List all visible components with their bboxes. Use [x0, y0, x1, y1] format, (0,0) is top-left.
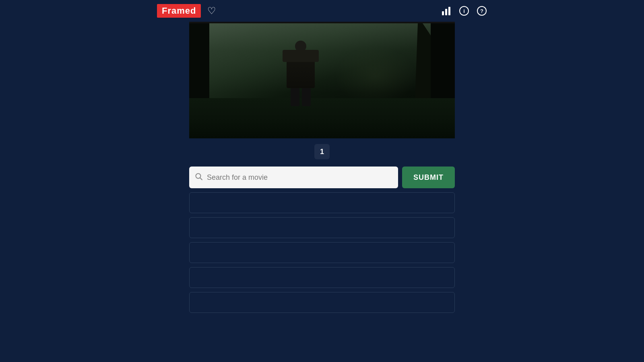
- search-row: SUBMIT: [189, 167, 455, 188]
- svg-text:i: i: [463, 8, 465, 14]
- guess-slot-5: [189, 292, 455, 313]
- figure: [287, 41, 315, 106]
- scene: [189, 23, 455, 138]
- svg-rect-1: [445, 9, 447, 15]
- figure-body: [287, 52, 315, 88]
- frame-number: 1: [314, 144, 330, 159]
- heart-icon[interactable]: ♡: [207, 5, 216, 16]
- ground: [189, 98, 455, 138]
- guess-slot-1: [189, 192, 455, 213]
- search-icon: [195, 173, 203, 183]
- submit-button[interactable]: SUBMIT: [402, 167, 455, 188]
- search-input-wrapper[interactable]: [189, 167, 398, 188]
- svg-text:?: ?: [480, 8, 483, 14]
- guess-slot-2: [189, 217, 455, 238]
- figure-legs: [287, 88, 315, 106]
- header: Framed ♡ i ?: [0, 0, 644, 22]
- bg-light: [335, 46, 416, 107]
- svg-line-8: [200, 178, 202, 180]
- search-area: SUBMIT: [189, 167, 455, 313]
- header-left: Framed ♡: [157, 4, 216, 18]
- guess-slot-4: [189, 267, 455, 288]
- info-icon[interactable]: i: [459, 6, 469, 16]
- figure-leg-right: [302, 88, 311, 106]
- guess-slot-3: [189, 242, 455, 263]
- main-content: 1 SUBMIT: [189, 22, 455, 313]
- search-input[interactable]: [207, 173, 392, 182]
- help-icon[interactable]: ?: [477, 6, 487, 16]
- svg-rect-2: [448, 7, 450, 15]
- header-right: i ?: [441, 6, 487, 16]
- logo: Framed: [157, 4, 201, 18]
- stats-icon[interactable]: [441, 6, 452, 16]
- svg-rect-0: [442, 11, 444, 15]
- figure-leg-left: [291, 88, 299, 106]
- movie-frame: [189, 22, 455, 138]
